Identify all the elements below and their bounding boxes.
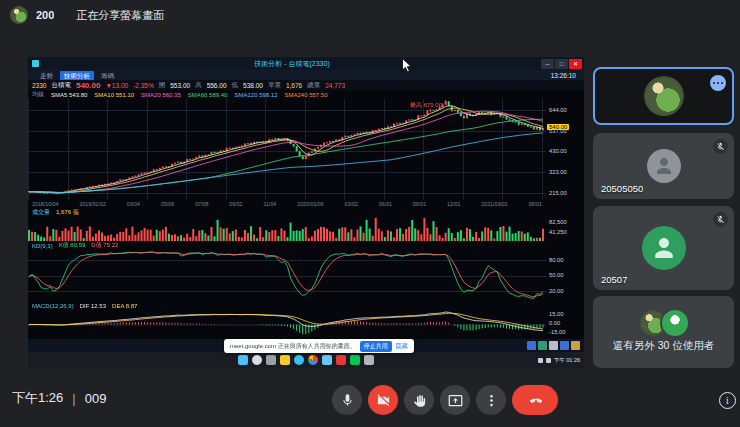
price-chart-pane: 644.00537.00430.00323.00215.00 540.00 最高… [28,99,584,200]
more-vert-icon [484,393,499,408]
kd-axis-label: 80.00 [549,257,564,263]
app-tab[interactable]: 技術分析 [60,71,94,80]
app-title-bar: 技術分析 - 台積電(2330) ─ □ ✕ [28,57,584,70]
line-icon[interactable] [350,355,360,365]
kd-header-label: KD(9,3) [32,243,53,249]
macd-axis-label: -15.00 [549,329,565,335]
price-axis-label: 323.00 [549,169,567,175]
call-end-icon [528,393,543,408]
total-volume-label: 總量 [307,81,320,90]
shared-screen-video: 技術分析 - 台積電(2330) ─ □ ✕ 走勢技術分析籌碼 13:26:10… [28,57,584,368]
overflow-participants-tile[interactable]: 還有另外 30 位使用者 [593,296,734,368]
raise-hand-button[interactable] [404,385,434,415]
stock-id: 2330 [32,82,46,89]
sma-legend: 均線SMA5 543.80SMA10 551.10SMA20 560.35SMA… [28,90,584,99]
price-change-pct: -2.35% [133,82,154,89]
print-icon[interactable] [527,341,536,350]
windows-taskbar: 下午 01:26 [28,352,584,368]
participant-tile-active[interactable] [593,67,734,125]
sma-label: SMA120 598.12 [234,92,277,98]
volume-header-label: 成交量 [32,208,50,217]
macd-indicator-pane: MACD(12,26,9)DIF 12.53DEA 8.87 15.000.00… [28,301,584,339]
start-icon[interactable] [238,355,248,365]
macd-header-label: DIF 12.53 [80,303,106,309]
macd-axis-label: 15.00 [549,311,564,317]
app-icon [32,60,39,67]
call-controls [332,385,558,415]
minimize-button[interactable]: ─ [541,59,554,69]
more-options-button[interactable] [476,385,506,415]
stop-sharing-button[interactable]: 停止共用 [360,341,392,352]
end-call-button[interactable] [512,385,558,415]
camera-off-icon [376,393,391,408]
last-price: 540.00 [76,81,100,90]
task-view-icon[interactable] [266,355,276,365]
mic-button[interactable] [332,385,362,415]
sma-label: SMA10 551.10 [94,92,134,98]
network-icon [538,358,543,363]
high-label: 高 [195,81,202,90]
chart-app-icon[interactable] [336,355,346,365]
volume-icon [546,358,551,363]
price-axis-label: 430.00 [549,148,567,154]
participant-name: 20505050 [601,183,643,194]
store-icon[interactable] [322,355,332,365]
date-label: 09/02 [229,201,242,207]
zoom-icon[interactable] [560,341,569,350]
close-button[interactable]: ✕ [569,59,582,69]
camera-off-button[interactable] [368,385,398,415]
meeting-details-button[interactable]: i [719,392,736,409]
mic-muted-icon [713,139,728,154]
overflow-avatars [638,308,690,338]
date-label: 06/01 [379,201,392,207]
system-tray[interactable]: 下午 01:26 [538,352,580,368]
meeting-info: 下午1:26 | 009 [12,389,106,407]
stock-name: 台積電 [51,81,71,90]
settings-icon[interactable] [364,355,374,365]
present-icon [448,393,463,408]
kd-header-label: D值 75.22 [91,241,118,250]
kd-indicator-pane: KD(9,3)K值 80.59D值 75.22 80.0050.0020.00 [28,241,584,301]
presenter-avatar [10,6,28,24]
high-value: 556.00 [207,82,227,89]
participant-tile[interactable]: 20505050 [593,133,734,199]
explorer-icon[interactable] [280,355,290,365]
participant-avatar [660,308,690,338]
clock: 下午1:26 [12,389,63,407]
participant-avatar [647,149,681,183]
kd-chart-canvas [28,250,546,301]
maximize-button[interactable]: □ [555,59,568,69]
participant-avatar [644,76,684,116]
tile-more-options-button[interactable] [710,75,726,91]
save-icon[interactable] [538,341,547,350]
chart-app-window: 技術分析 - 台積電(2330) ─ □ ✕ 走勢技術分析籌碼 13:26:10… [28,57,584,368]
app-tab[interactable]: 籌碼 [97,71,118,80]
price-change: ▼13.00 [105,82,128,89]
sma-label: 均線 [32,90,44,99]
sma-label: SMA5 543.80 [51,92,87,98]
search-icon[interactable] [252,355,262,365]
date-label: 2021/03/01 [481,201,508,207]
sharing-toast-text: meet.google.com 正在與所有人共用你的畫面。 [230,342,356,351]
mic-muted-icon [713,212,728,227]
participant-avatar [642,226,686,270]
sma-label: SMA60 589.40 [188,92,228,98]
sma-label: SMA240 557.50 [285,92,328,98]
low-label: 低 [232,81,239,90]
date-label: 07/08 [195,201,208,207]
present-screen-button[interactable] [440,385,470,415]
volume-label: 單量 [268,81,281,90]
price-axis-label: 644.00 [549,107,567,113]
edge-icon[interactable] [294,355,304,365]
top-bar: 200 正在分享螢幕畫面 [0,0,740,30]
participant-name: 20507 [601,274,627,285]
grid-icon[interactable] [549,341,558,350]
app-tab[interactable]: 走勢 [36,71,57,80]
price-axis-label: 215.00 [549,190,567,196]
participant-tile[interactable]: 20507 [593,206,734,290]
settings-icon[interactable] [571,341,580,350]
person-icon [652,154,676,178]
hide-toast-button[interactable]: 隱藏 [396,342,408,351]
chrome-icon[interactable] [308,355,318,365]
quote-row: 2330 台積電 540.00 ▼13.00 -2.35% 開 553.00 高… [28,80,584,90]
